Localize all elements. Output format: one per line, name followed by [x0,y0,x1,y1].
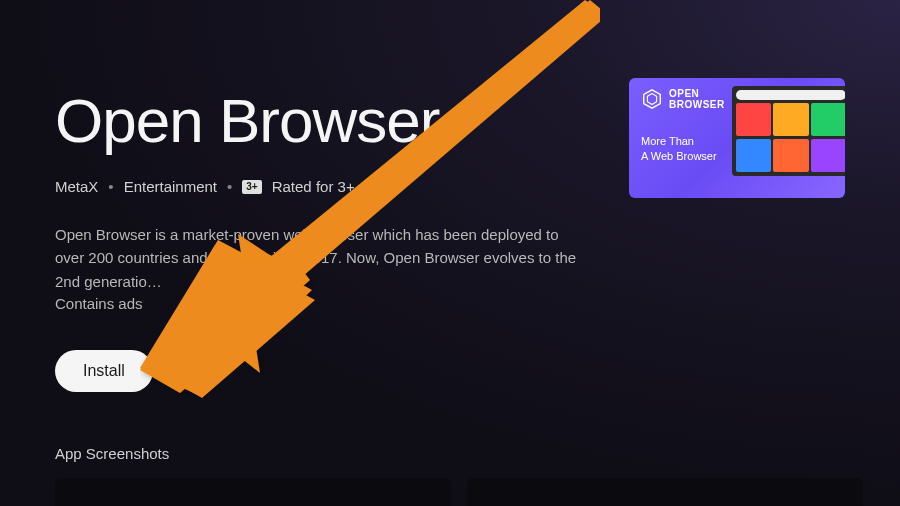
promo-tile [811,139,845,172]
app-publisher: MetaX [55,178,98,195]
screenshot-thumbnail[interactable] [467,478,863,506]
screenshots-row [55,478,863,506]
install-button[interactable]: Install [55,350,153,392]
hexagon-logo-icon [641,88,663,110]
promo-preview-searchbar [736,90,845,100]
promo-brand-line1: OPEN [669,88,725,99]
promo-tile [736,103,771,136]
promo-tile [773,139,808,172]
meta-separator: • [227,178,232,195]
svg-marker-0 [644,90,661,108]
app-description: Open Browser is a market-proven web brow… [55,223,585,293]
svg-marker-1 [647,94,656,105]
meta-separator: • [108,178,113,195]
promo-preview-row [736,103,845,136]
screenshots-section-label: App Screenshots [55,445,169,462]
app-category: Entertainment [124,178,217,195]
rating-badge-icon: 3+ [242,180,261,194]
promo-brand: OPEN BROWSER [669,88,725,110]
promo-tile [736,139,771,172]
promo-preview [732,86,845,176]
promo-tile [773,103,808,136]
promo-tile [811,103,845,136]
promo-preview-row [736,139,845,172]
rating-text: Rated for 3+ [272,178,355,195]
screenshot-thumbnail[interactable] [55,478,451,506]
ads-notice: Contains ads [55,295,845,312]
promo-brand-line2: BROWSER [669,99,725,110]
promo-card[interactable]: OPEN BROWSER More Than A Web Browser [629,78,845,198]
